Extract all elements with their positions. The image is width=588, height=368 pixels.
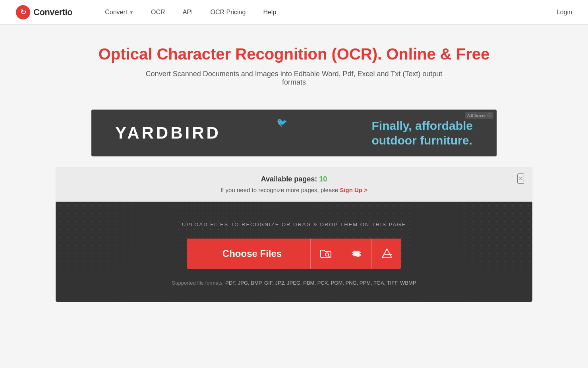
login-button[interactable]: Login — [557, 9, 572, 16]
dropbox-icon-btn[interactable] — [342, 239, 371, 269]
button-divider-1 — [310, 239, 311, 269]
hero-title: Optical Character Recognition (OCR). Onl… — [8, 44, 580, 64]
button-divider-3 — [371, 239, 372, 269]
ad-tagline: Finally, affordableoutdoor furniture. — [372, 118, 473, 148]
nav-api-label: API — [183, 9, 193, 16]
pages-available-text: Available pages: 10 — [261, 175, 327, 183]
pages-subtext: If you need to recognize more pages, ple… — [220, 187, 368, 193]
nav-convert-arrow: ▼ — [129, 10, 133, 15]
choose-files-button[interactable]: Choose Files — [187, 239, 401, 269]
logo-link[interactable]: ↻ Convertio — [16, 5, 72, 19]
formats-value: PDF, JPG, BMP, GIF, JP2, JPEG, PBM, PCX,… — [225, 280, 416, 286]
file-browse-icon-btn[interactable] — [311, 239, 340, 269]
subtext-before: If you need to recognize more pages, ple… — [220, 187, 338, 193]
logo-text: Convertio — [33, 7, 72, 17]
ad-choices: AdChoices ⓘ — [465, 112, 493, 119]
nav-item-convert[interactable]: Convert ▼ — [96, 0, 142, 25]
svg-marker-4 — [382, 249, 392, 258]
google-drive-icon — [381, 247, 393, 260]
svg-line-5 — [382, 249, 387, 258]
supported-formats: Supported file formats: PDF, JPG, BMP, G… — [172, 280, 416, 286]
hero-section: Optical Character Recognition (OCR). Onl… — [0, 25, 588, 98]
svg-text:↻: ↻ — [20, 8, 26, 16]
upload-instruction: UPLOAD FILES TO RECOGNIZE OR DRAG & DROP… — [182, 222, 406, 227]
main-content: Optical Character Recognition (OCR). Onl… — [0, 25, 588, 368]
button-divider-2 — [341, 239, 341, 269]
nav-ocr-pricing-label: OCR Pricing — [210, 9, 246, 16]
pages-count: 10 — [319, 175, 327, 183]
pages-label: Available pages: — [261, 175, 317, 183]
upload-section: UPLOAD FILES TO RECOGNIZE OR DRAG & DROP… — [56, 202, 532, 302]
signup-link[interactable]: Sign Up — [340, 187, 364, 193]
nav-item-api[interactable]: API — [174, 0, 202, 25]
nav-help-label: Help — [263, 9, 276, 16]
header: ↻ Convertio Convert ▼ OCR API OCR Pricin… — [0, 0, 588, 25]
close-banner-button[interactable]: × — [517, 173, 524, 184]
logo-icon: ↻ — [16, 5, 30, 19]
nav-convert-label: Convert — [105, 9, 127, 16]
google-drive-icon-btn[interactable] — [373, 239, 401, 269]
nav-item-ocr[interactable]: OCR — [142, 0, 174, 25]
hero-subtitle: Convert Scanned Documents and Images int… — [135, 70, 453, 87]
main-nav: Convert ▼ OCR API OCR Pricing Help — [96, 0, 557, 25]
ad-bird-icon: 🐦 — [277, 118, 287, 128]
ad-banner[interactable]: AdChoices ⓘ YARDBIRD 🐦 Finally, affordab… — [91, 110, 497, 156]
ad-right: Finally, affordableoutdoor furniture. — [372, 118, 473, 148]
ad-left: YARDBIRD — [115, 123, 221, 143]
ad-brand: YARDBIRD — [115, 123, 221, 143]
nav-ocr-label: OCR — [151, 9, 165, 16]
pages-banner: Available pages: 10 If you need to recog… — [56, 167, 532, 202]
nav-item-ocr-pricing[interactable]: OCR Pricing — [201, 0, 254, 25]
supported-label: Supported file formats: — [172, 280, 224, 286]
signup-arrow: > — [364, 187, 368, 193]
nav-item-help[interactable]: Help — [254, 0, 285, 25]
folder-search-icon — [319, 247, 332, 260]
dropbox-icon — [350, 247, 363, 260]
choose-files-label: Choose Files — [187, 248, 309, 259]
